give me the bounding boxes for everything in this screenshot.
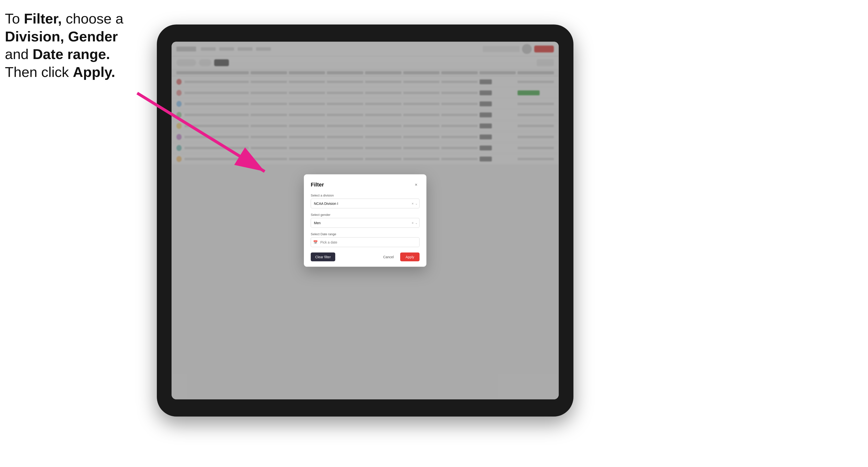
division-gender-bold: Division, Gender [5, 28, 118, 44]
instruction-text: To Filter, choose a Division, Gender and… [5, 10, 142, 81]
division-select[interactable]: NCAA Division I [311, 199, 420, 209]
cancel-button[interactable]: Cancel [379, 253, 398, 261]
date-input-wrapper: 📅 [311, 238, 420, 247]
gender-form-group: Select gender Men × ⌄ [311, 213, 420, 228]
date-range-label: Select Date range [311, 232, 420, 236]
modal-title: Filter [311, 182, 324, 188]
gender-select[interactable]: Men [311, 218, 420, 228]
tablet-frame: Filter × Select a division NCAA Division… [157, 25, 574, 416]
apply-button[interactable]: Apply [400, 253, 420, 261]
filter-modal: Filter × Select a division NCAA Division… [304, 175, 426, 267]
modal-close-button[interactable]: × [413, 181, 420, 188]
division-select-wrapper: NCAA Division I × ⌄ [311, 199, 420, 209]
division-form-group: Select a division NCAA Division I × ⌄ [311, 193, 420, 209]
clear-filter-button[interactable]: Clear filter [311, 253, 335, 261]
division-clear-icon[interactable]: × [412, 202, 414, 205]
gender-select-wrapper: Men × ⌄ [311, 218, 420, 228]
modal-footer: Clear filter Cancel Apply [311, 253, 420, 261]
division-chevron-icon[interactable]: ⌄ [415, 202, 417, 205]
gender-clear-icon[interactable]: × [412, 221, 414, 225]
gender-chevron-icon[interactable]: ⌄ [415, 221, 417, 225]
gender-select-controls: × ⌄ [412, 221, 417, 225]
division-label: Select a division [311, 193, 420, 197]
date-range-input[interactable] [311, 238, 420, 247]
date-range-form-group: Select Date range 📅 [311, 232, 420, 247]
date-range-bold: Date range. [33, 46, 110, 62]
apply-bold: Apply. [73, 64, 115, 80]
division-select-controls: × ⌄ [412, 202, 417, 205]
modal-header: Filter × [311, 181, 420, 188]
modal-footer-right: Cancel Apply [379, 253, 420, 261]
gender-label: Select gender [311, 213, 420, 217]
tablet-screen: Filter × Select a division NCAA Division… [172, 42, 559, 399]
filter-bold: Filter, [24, 10, 62, 27]
